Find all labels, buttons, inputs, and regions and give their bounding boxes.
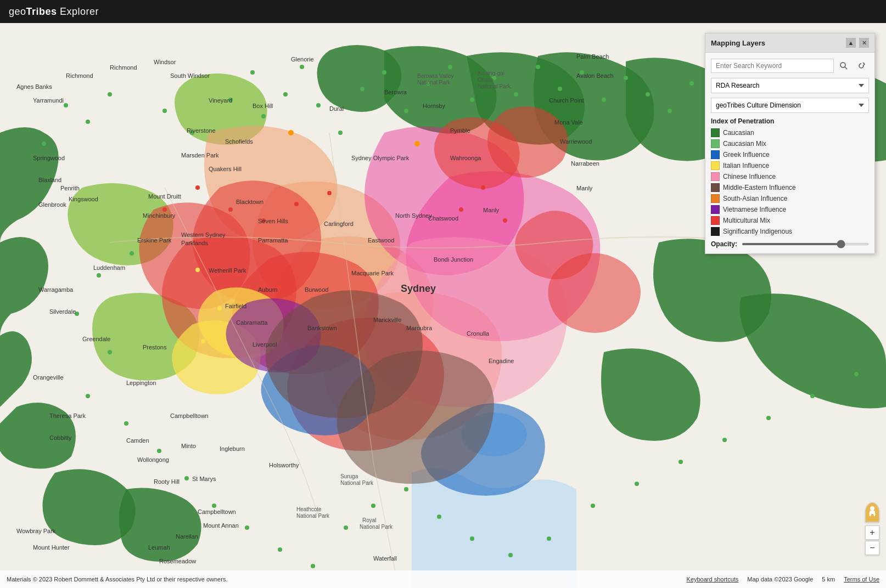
- svg-text:Greendale: Greendale: [82, 336, 110, 342]
- svg-text:South Windsor: South Windsor: [170, 72, 210, 79]
- svg-text:Mona Vale: Mona Vale: [554, 119, 583, 126]
- svg-point-24: [558, 87, 562, 91]
- svg-text:Burwood: Burwood: [305, 286, 328, 293]
- zoom-controls: + −: [865, 525, 879, 555]
- legend-item: Caucasian: [711, 128, 869, 137]
- bottom-bar-right: Keyboard shortcuts Map data ©2023 Google…: [687, 576, 879, 583]
- svg-text:Cobbitty: Cobbitty: [49, 434, 72, 441]
- bottom-bar: Materials © 2023 Robert Dommett & Associ…: [0, 570, 886, 588]
- svg-point-37: [124, 421, 128, 426]
- zoom-out-button[interactable]: −: [865, 541, 879, 555]
- terms-link[interactable]: Terms of Use: [844, 576, 879, 583]
- legend-swatch: [711, 194, 720, 203]
- legend-swatch: [711, 150, 720, 159]
- keyboard-shortcuts-link[interactable]: Keyboard shortcuts: [687, 576, 739, 583]
- svg-text:Quakers Hill: Quakers Hill: [209, 166, 242, 172]
- svg-point-2: [64, 103, 68, 108]
- panel-close-button[interactable]: ✕: [859, 38, 869, 48]
- svg-text:Campbelltown: Campbelltown: [170, 412, 209, 419]
- svg-text:Warriewood: Warriewood: [560, 138, 592, 145]
- svg-text:Maroubra: Maroubra: [406, 325, 433, 331]
- search-input[interactable]: [711, 59, 834, 73]
- svg-text:Penrith: Penrith: [60, 185, 80, 191]
- legend-swatch: [711, 205, 720, 214]
- svg-point-3: [86, 120, 90, 124]
- svg-text:Glenorie: Glenorie: [291, 56, 314, 63]
- svg-text:Hornsby: Hornsby: [423, 103, 445, 109]
- app-title: geoTribes Explorer: [9, 6, 99, 18]
- pegman-control[interactable]: [865, 502, 879, 522]
- legend-item: Multicultural Mix: [711, 216, 869, 225]
- legend-swatch: [711, 183, 720, 192]
- svg-text:Liverpool: Liverpool: [253, 341, 277, 348]
- svg-text:Pymble: Pymble: [450, 127, 470, 134]
- panel-body: RDA Research geoTribes Culture Dimension…: [705, 53, 874, 253]
- svg-text:National Park: National Park: [340, 480, 374, 486]
- provider-select[interactable]: RDA Research: [711, 78, 869, 93]
- legend-item: Greek Influence: [711, 150, 869, 159]
- svg-text:Bondi Junction: Bondi Junction: [434, 256, 473, 263]
- svg-point-53: [678, 460, 683, 464]
- svg-point-55: [766, 416, 771, 420]
- panel-minimize-button[interactable]: ▲: [846, 38, 856, 48]
- legend-item: Chinese Influence: [711, 172, 869, 181]
- panel-controls: ▲ ✕: [846, 38, 869, 48]
- svg-text:National Park: National Park: [360, 524, 393, 530]
- refresh-button[interactable]: [854, 58, 869, 74]
- svg-point-28: [646, 92, 650, 97]
- svg-text:Church Point: Church Point: [549, 97, 584, 104]
- svg-text:Minchinbury: Minchinbury: [143, 212, 176, 219]
- app-header: geoTribes Explorer: [0, 0, 886, 23]
- opacity-slider[interactable]: [742, 243, 869, 245]
- svg-text:St Marys: St Marys: [192, 476, 216, 482]
- svg-point-29: [668, 109, 672, 113]
- refresh-icon: [857, 62, 865, 70]
- svg-text:Leumah: Leumah: [148, 544, 170, 551]
- svg-text:Eastwood: Eastwood: [368, 237, 394, 244]
- svg-point-43: [311, 564, 315, 568]
- legend-label: Middle-Eastern Influence: [723, 184, 796, 191]
- svg-text:Schofields: Schofields: [225, 138, 253, 145]
- svg-text:Wahroonga: Wahroonga: [450, 155, 481, 161]
- svg-text:Bankstown: Bankstown: [307, 325, 337, 331]
- svg-text:Sydney: Sydney: [401, 283, 436, 294]
- svg-point-59: [195, 185, 200, 190]
- search-button[interactable]: [836, 58, 851, 74]
- zoom-in-button[interactable]: +: [865, 525, 879, 540]
- svg-point-64: [459, 207, 463, 212]
- legend-label: Multicultural Mix: [723, 217, 770, 224]
- layer-select[interactable]: geoTribes Culture Dimension: [711, 98, 869, 113]
- svg-point-19: [448, 65, 452, 69]
- svg-text:Leppington: Leppington: [126, 380, 156, 386]
- svg-text:Marickville: Marickville: [373, 316, 401, 323]
- svg-text:Springwood: Springwood: [33, 155, 65, 161]
- svg-point-20: [470, 98, 474, 102]
- legend-item: Italian Influence: [711, 161, 869, 170]
- svg-point-4: [42, 142, 46, 146]
- svg-text:Prestons: Prestons: [143, 344, 167, 350]
- svg-text:Avalon Beach: Avalon Beach: [576, 72, 614, 79]
- svg-text:Orangeville: Orangeville: [33, 374, 64, 381]
- svg-point-48: [470, 536, 474, 541]
- svg-text:Carlingford: Carlingford: [324, 220, 354, 227]
- svg-text:Seven Hills: Seven Hills: [258, 218, 289, 224]
- legend-items: Caucasian Caucasian Mix Greek Influence …: [711, 128, 869, 236]
- svg-point-54: [722, 438, 727, 442]
- svg-point-58: [162, 207, 167, 212]
- svg-point-47: [437, 514, 441, 519]
- svg-point-22: [514, 92, 518, 97]
- svg-text:Wowbray Park: Wowbray Park: [16, 528, 56, 534]
- svg-text:North Sydney: North Sydney: [395, 212, 432, 219]
- svg-text:Box Hill: Box Hill: [253, 103, 273, 109]
- svg-text:Parklands: Parklands: [181, 240, 208, 246]
- svg-text:Vineyard: Vineyard: [209, 97, 232, 104]
- svg-text:Chase: Chase: [478, 77, 494, 83]
- svg-text:Parramatta: Parramatta: [258, 237, 288, 244]
- legend-label: Vietnamese Influence: [723, 206, 786, 213]
- svg-text:Narrabeen: Narrabeen: [571, 160, 599, 167]
- scale-text: 5 km: [822, 576, 835, 583]
- opacity-row: Opacity:: [711, 240, 869, 248]
- svg-point-57: [854, 372, 859, 376]
- svg-text:Holsworthy: Holsworthy: [269, 462, 299, 468]
- svg-point-52: [635, 482, 639, 486]
